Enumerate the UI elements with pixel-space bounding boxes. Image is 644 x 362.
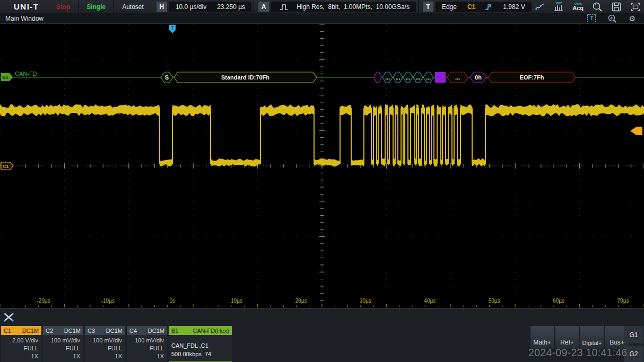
scope-display[interactable]: -20µs-10µs0s10µs20µs30µs40µs50µs60µs70µs… <box>0 24 644 307</box>
bus-decode-field: ... <box>447 72 468 83</box>
bus-signal-source: CAN_FDL ,C1 <box>171 341 232 350</box>
bus-decode-field: EOF:7Fh <box>488 72 576 83</box>
svg-text:T: T <box>171 25 174 31</box>
channel-id: C3 <box>88 328 95 334</box>
time-axis-label: 40µs <box>424 298 436 304</box>
top-toolbar: UNI-T Stop Single Autoset H 10.0 µs/div … <box>0 0 644 13</box>
channel-coupling: DC1M <box>22 328 39 334</box>
window-title: Main Window <box>5 15 43 22</box>
horizontal-badge: H <box>156 2 167 12</box>
time-axis-label: 30µs <box>360 298 371 304</box>
measure-icon[interactable] <box>534 1 546 13</box>
time-axis-label: 0s <box>169 298 175 304</box>
bus-decode-field: ... <box>413 72 423 83</box>
oscilloscope-app: UNI-T Stop Single Autoset H 10.0 µs/div … <box>0 0 644 362</box>
trigger-position-flag[interactable]: T <box>169 25 176 33</box>
brand-logo: UNI-T <box>0 2 48 11</box>
crossed-probes-icon[interactable] <box>2 311 16 326</box>
trigger-badge: T <box>423 2 433 12</box>
run-stop-button[interactable]: Stop <box>48 0 79 13</box>
timestamp: 2024-09-23 10:41:46 <box>528 347 624 359</box>
channel-scale: 100 mV/div <box>43 337 80 345</box>
status-bar: C1 DC1M 2.00 V/div FULL 1X C2 DC1M 100 m… <box>0 308 644 362</box>
svg-text:EOF:7Fh: EOF:7Fh <box>520 74 544 81</box>
bus-decode-field: ... <box>423 72 433 83</box>
bus-protocol-label: CAN-FD <box>15 70 37 77</box>
bus-decode-field: 0h <box>470 72 486 83</box>
time-axis-label: 20µs <box>295 298 307 304</box>
acquire-badge: A <box>258 2 269 12</box>
channel-bandwidth: FULL <box>43 345 80 352</box>
channel-id: C4 <box>129 328 137 334</box>
bus-decode-field: ... <box>382 72 393 83</box>
channel-bandwidth: FULL <box>85 345 122 352</box>
channel-id: C1 <box>4 328 11 334</box>
ref-plus-button[interactable]: Ref+ <box>555 326 579 349</box>
fft-icon[interactable]: FFT <box>553 1 565 13</box>
bus-baud-rate: 500.00kbps 74 <box>171 350 232 358</box>
trigger-level-arrow[interactable] <box>630 127 642 135</box>
horizontal-delay[interactable]: 23.250 µs <box>217 3 245 11</box>
bus-b1-tag[interactable]: B1 <box>1 73 13 81</box>
channel-box-c4[interactable]: C4 DC1M 100 mV/div FULL 1X <box>127 326 167 362</box>
trigger-type[interactable]: Edge <box>442 3 457 11</box>
channel-coupling: DC1M <box>106 328 123 334</box>
scope-canvas: -20µs-10µs0s10µs20µs30µs40µs50µs60µs70µs… <box>0 24 644 307</box>
channel-scale: 100 mV/div <box>127 337 164 345</box>
channel-box-c3[interactable]: C3 DC1M 100 mV/div FULL 1X <box>85 326 125 362</box>
window-settings-gear-icon[interactable]: ⚙ <box>629 15 636 22</box>
channel-scale: 100 mV/div <box>85 337 122 345</box>
time-axis-label: 70µs <box>617 298 629 304</box>
time-axis-label: -20µs <box>37 298 50 304</box>
bus-decode-field: S <box>161 72 173 83</box>
svg-text:...: ... <box>426 74 431 81</box>
c1-ground-tag[interactable]: C1 <box>1 162 13 170</box>
bus-decode-field: ... <box>403 72 413 83</box>
acquire-info: High Res, 8bit, 1.00MPts, 10.00GSa/s <box>297 3 410 11</box>
channel-coupling: DC1M <box>64 328 81 334</box>
time-axis-label: 60µs <box>553 298 564 304</box>
screenshot-icon[interactable] <box>629 1 642 13</box>
channel-box-c1[interactable]: C1 DC1M 2.00 V/div FULL 1X <box>1 326 41 362</box>
channel-id: C2 <box>46 328 53 334</box>
ultra-acquire-icon[interactable]: Ultra Acq <box>572 1 585 13</box>
bus-decode-field <box>435 72 446 83</box>
rising-edge-icon <box>483 1 495 13</box>
zoom-in-icon[interactable] <box>607 14 617 23</box>
channel-probe: 1X <box>1 352 38 360</box>
channel-probe: 1X <box>43 352 80 360</box>
time-axis-label: -10µs <box>101 298 115 304</box>
horizontal-scale[interactable]: 10.0 µs/div <box>176 3 206 11</box>
bus-decode-field <box>374 72 381 83</box>
channel-box-c2[interactable]: C2 DC1M 100 mV/div FULL 1X <box>43 326 83 362</box>
save-icon[interactable] <box>610 1 623 13</box>
svg-text:...: ... <box>385 74 390 81</box>
channel-probe: 1X <box>127 352 164 360</box>
window-menubar: Main Window T ⚙ <box>0 13 644 24</box>
svg-text:...: ... <box>415 74 420 81</box>
search-icon[interactable] <box>591 1 604 13</box>
channel-bandwidth: FULL <box>1 345 38 352</box>
svg-text:...: ... <box>395 74 400 81</box>
bus-box-b1[interactable]: B1 CAN-FD(Hex) CAN_FDL ,C1 500.00kbps 74 <box>169 326 232 362</box>
annotate-trigger-icon[interactable]: T <box>587 14 596 22</box>
digital-plus-button[interactable]: Digital+ <box>580 326 604 349</box>
acquire-settings[interactable]: A High Res, 8bit, 1.00MPts, 10.00GSa/s <box>254 0 418 13</box>
trigger-level[interactable]: 1.982 V <box>503 3 525 11</box>
math-plus-button[interactable]: Math+ <box>530 326 554 349</box>
svg-text:...: ... <box>405 74 410 81</box>
channel-bandwidth: FULL <box>127 345 164 352</box>
single-button[interactable]: Single <box>79 0 114 13</box>
svg-text:FFT: FFT <box>556 2 562 5</box>
horizontal-settings[interactable]: H 10.0 µs/div 23.250 µs <box>152 0 254 13</box>
svg-text:S: S <box>165 74 169 81</box>
pulse-icon <box>277 1 290 13</box>
toolbar-icon-strip: FFT Ultra Acq <box>534 1 644 13</box>
trigger-settings[interactable]: T Edge C1 1.982 V <box>419 0 534 13</box>
autoset-button[interactable]: Autoset <box>114 0 152 13</box>
g1-button[interactable]: G1 <box>624 326 643 343</box>
trigger-source[interactable]: C1 <box>467 3 475 11</box>
channel-scale: 2.00 V/div <box>1 337 38 345</box>
svg-text:C1: C1 <box>3 164 9 169</box>
bus-decode-format: CAN-FD(Hex) <box>193 328 229 334</box>
